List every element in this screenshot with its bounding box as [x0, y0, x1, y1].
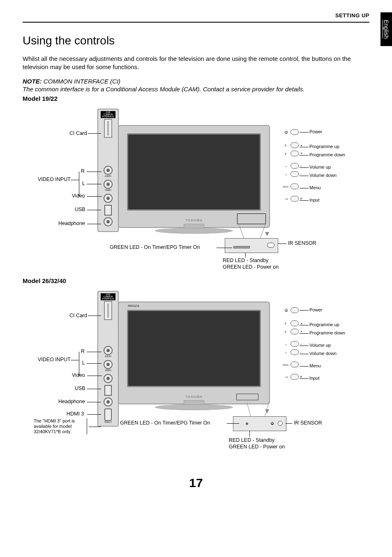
programme-up-button-2[interactable]: ∧▴ — [291, 320, 299, 326]
arrow-down-icon — [265, 232, 269, 236]
side-panel-2: DVBCOMMONINTERFACE AUDIO VIDEO HDMI 3 — [97, 291, 119, 427]
video-input-label-2: VIDEO INPUT — [38, 357, 71, 362]
green-led-timer-label-2: GREEN LED - On Timer/EPG Timer On — [120, 420, 210, 426]
language-label: English — [383, 20, 390, 39]
ci-slot — [104, 119, 112, 138]
menu-button-2[interactable]: MENU — [291, 362, 299, 367]
hdmi3-port-label: HDMI 3 — [98, 421, 118, 423]
tv-brand: TOSHIBA — [185, 218, 203, 222]
model-2-label: Model 26/32/40 — [23, 277, 369, 284]
audio-label-2: AUDIO — [98, 355, 118, 357]
note-label: NOTE: — [23, 78, 42, 85]
programme-down-button-2[interactable]: ∨▾ — [291, 329, 299, 334]
tv-screen — [127, 133, 261, 211]
headphone-jack-2 — [104, 397, 113, 406]
power-label: Power — [309, 129, 322, 134]
ci-slot-2 — [104, 301, 112, 320]
headphone-jack — [104, 217, 113, 226]
programme-down-button[interactable]: ∨▾ — [291, 151, 299, 156]
r-label: R — [81, 168, 85, 174]
prog-up-label: Programme up — [309, 144, 339, 149]
video-lbl: Video — [72, 193, 85, 199]
audio-l-jack-2 — [104, 360, 113, 369]
prog-up-label-2: Programme up — [309, 322, 339, 327]
programme-up-button[interactable]: ∧▴ — [291, 142, 299, 148]
page-title: Using the controls — [23, 34, 369, 47]
input-button[interactable]: OK⊕ — [291, 196, 299, 202]
ir-detail-box-2: ⏻ — [233, 416, 286, 431]
ir-region-box — [237, 214, 266, 224]
tv-body: TOSHIBA — [118, 125, 270, 228]
ir-detail-box — [225, 238, 278, 253]
ci-card-label: CI Card — [65, 130, 87, 136]
volume-down-button-2[interactable]: ＜－ — [291, 349, 299, 355]
prog-down-label-2: Programme down — [309, 330, 345, 335]
usb-port — [104, 205, 112, 216]
l-label: L — [82, 181, 85, 186]
green-led-timer-label: GREEN LED - On Timer/EPG Timer On — [110, 244, 200, 250]
ci-card-label-2: CI Card — [65, 313, 87, 318]
panel-dvb-label-2: DVBCOMMONINTERFACE — [101, 293, 115, 300]
vol-down-label: Volume down — [309, 173, 337, 178]
tv-body-2: REGZA TOSHIBA — [118, 302, 270, 404]
control-button-column-2: ⏻ ∧▴ ∨▾ ＞＋ ＜－ MENU OK⊕ — [291, 307, 299, 380]
volume-down-button[interactable]: ＜－ — [291, 171, 299, 177]
headphone-label-2: Headphone — [58, 399, 85, 404]
volume-up-button[interactable]: ＞＋ — [291, 163, 299, 169]
ir-region-box-2 — [236, 394, 258, 400]
diagram-model-26-32-40: DVBCOMMONINTERFACE AUDIO VIDEO HDMI 3 CI… — [28, 287, 364, 460]
arrow-down-icon-2 — [265, 409, 269, 413]
header-rule — [23, 22, 369, 23]
menu-label-2: Menu — [309, 363, 321, 368]
page-number: 17 — [23, 476, 369, 490]
l-label-2: L — [82, 360, 85, 366]
audio-label: AUDIO — [98, 175, 118, 177]
input-label-2: Input — [309, 376, 319, 381]
hdmi3-note: The "HDMI 3" port is available for model… — [34, 418, 87, 435]
hdmi3-port — [104, 408, 112, 421]
side-panel: DVBCOMMONINTERFACE AUDIO VIDEO — [97, 109, 119, 232]
led-dot — [246, 422, 248, 425]
language-tab: English — [380, 12, 392, 46]
model-1-label: Model 19/22 — [23, 95, 369, 102]
prog-down-label: Programme down — [309, 152, 345, 157]
tv-screen-2 — [127, 310, 261, 387]
vol-up-label-2: Volume up — [309, 343, 331, 348]
tv-stand — [155, 228, 233, 234]
tv-brand-regza: REGZA — [128, 304, 139, 308]
tv-stand-2 — [155, 404, 233, 410]
ir-sensor-icon — [267, 243, 274, 248]
led-strip — [233, 246, 250, 248]
note-line: NOTE: COMMON INTERFACE (CI) — [23, 77, 369, 86]
audio-l-jack — [104, 180, 113, 189]
video-input-label: VIDEO INPUT — [38, 176, 71, 182]
power-button[interactable]: ⏻ — [291, 129, 299, 135]
video-label-2: VIDEO — [98, 369, 118, 371]
panel-dvb-label: DVBCOMMONINTERFACE — [101, 111, 115, 118]
vol-up-label: Volume up — [309, 165, 331, 169]
r-label-2: R — [81, 348, 85, 354]
control-button-column: ⏻ ∧▴ ∨▾ ＞＋ ＜－ MENU OK⊕ — [291, 129, 299, 202]
vol-down-label-2: Volume down — [309, 351, 337, 356]
volume-up-button-2[interactable]: ＞＋ — [291, 341, 299, 347]
green-led-power-label-2: GREEN LED - Power on — [229, 444, 285, 450]
usb-label: USB — [75, 207, 85, 212]
menu-label: Menu — [309, 185, 321, 190]
note-subject: COMMON INTERFACE (CI) — [42, 78, 120, 85]
ir-sensor-icon-2 — [278, 421, 283, 426]
green-led-power-label: GREEN LED - Power on — [223, 264, 279, 270]
note-body: The common interface is for a Conditiona… — [23, 86, 369, 93]
red-led-label-2: RED LED - Standby — [229, 437, 274, 443]
usb-port-2 — [104, 385, 112, 396]
menu-button[interactable]: MENU — [291, 183, 299, 189]
input-label: Input — [309, 197, 319, 202]
ir-sensor-label-2: IR SENSOR — [294, 420, 322, 426]
power-button-2[interactable]: ⏻ — [291, 307, 299, 313]
headphone-label: Headphone — [58, 220, 85, 226]
red-led-label: RED LED - Standby — [223, 258, 268, 263]
tv-brand-2: TOSHIBA — [185, 395, 203, 399]
usb-label-2: USB — [75, 385, 85, 391]
input-button-2[interactable]: OK⊕ — [291, 374, 299, 380]
section-heading: SETTING UP — [23, 12, 369, 19]
power-label-2: Power — [309, 307, 322, 312]
